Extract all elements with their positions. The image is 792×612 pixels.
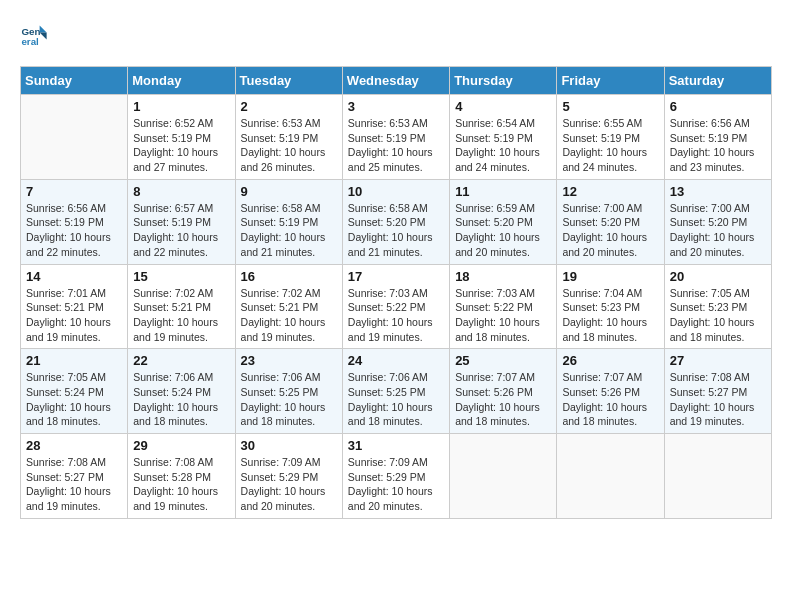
calendar-cell: 20Sunrise: 7:05 AM Sunset: 5:23 PM Dayli… [664,264,771,349]
day-number: 19 [562,269,658,284]
calendar-cell: 6Sunrise: 6:56 AM Sunset: 5:19 PM Daylig… [664,95,771,180]
day-detail: Sunrise: 7:00 AM Sunset: 5:20 PM Dayligh… [562,201,658,260]
day-detail: Sunrise: 7:05 AM Sunset: 5:23 PM Dayligh… [670,286,766,345]
calendar-cell: 14Sunrise: 7:01 AM Sunset: 5:21 PM Dayli… [21,264,128,349]
day-detail: Sunrise: 7:05 AM Sunset: 5:24 PM Dayligh… [26,370,122,429]
svg-text:eral: eral [21,36,39,47]
day-detail: Sunrise: 6:54 AM Sunset: 5:19 PM Dayligh… [455,116,551,175]
calendar-cell: 5Sunrise: 6:55 AM Sunset: 5:19 PM Daylig… [557,95,664,180]
day-number: 18 [455,269,551,284]
calendar-cell: 30Sunrise: 7:09 AM Sunset: 5:29 PM Dayli… [235,434,342,519]
day-number: 28 [26,438,122,453]
day-detail: Sunrise: 6:59 AM Sunset: 5:20 PM Dayligh… [455,201,551,260]
calendar-cell [450,434,557,519]
calendar-cell: 21Sunrise: 7:05 AM Sunset: 5:24 PM Dayli… [21,349,128,434]
calendar-cell: 16Sunrise: 7:02 AM Sunset: 5:21 PM Dayli… [235,264,342,349]
day-detail: Sunrise: 7:04 AM Sunset: 5:23 PM Dayligh… [562,286,658,345]
calendar-week-row: 21Sunrise: 7:05 AM Sunset: 5:24 PM Dayli… [21,349,772,434]
calendar-cell: 24Sunrise: 7:06 AM Sunset: 5:25 PM Dayli… [342,349,449,434]
calendar-header-monday: Monday [128,67,235,95]
day-number: 31 [348,438,444,453]
day-detail: Sunrise: 7:08 AM Sunset: 5:28 PM Dayligh… [133,455,229,514]
calendar-cell: 7Sunrise: 6:56 AM Sunset: 5:19 PM Daylig… [21,179,128,264]
calendar-header-tuesday: Tuesday [235,67,342,95]
day-detail: Sunrise: 6:52 AM Sunset: 5:19 PM Dayligh… [133,116,229,175]
day-detail: Sunrise: 7:02 AM Sunset: 5:21 PM Dayligh… [133,286,229,345]
day-detail: Sunrise: 7:09 AM Sunset: 5:29 PM Dayligh… [348,455,444,514]
day-detail: Sunrise: 6:53 AM Sunset: 5:19 PM Dayligh… [348,116,444,175]
calendar-week-row: 28Sunrise: 7:08 AM Sunset: 5:27 PM Dayli… [21,434,772,519]
day-number: 2 [241,99,337,114]
calendar-cell: 25Sunrise: 7:07 AM Sunset: 5:26 PM Dayli… [450,349,557,434]
calendar-cell [557,434,664,519]
day-detail: Sunrise: 7:00 AM Sunset: 5:20 PM Dayligh… [670,201,766,260]
day-number: 11 [455,184,551,199]
day-number: 25 [455,353,551,368]
day-number: 20 [670,269,766,284]
calendar-cell: 23Sunrise: 7:06 AM Sunset: 5:25 PM Dayli… [235,349,342,434]
day-detail: Sunrise: 7:09 AM Sunset: 5:29 PM Dayligh… [241,455,337,514]
day-number: 14 [26,269,122,284]
day-number: 29 [133,438,229,453]
day-number: 22 [133,353,229,368]
day-number: 27 [670,353,766,368]
calendar-cell [664,434,771,519]
calendar-cell: 17Sunrise: 7:03 AM Sunset: 5:22 PM Dayli… [342,264,449,349]
day-detail: Sunrise: 7:02 AM Sunset: 5:21 PM Dayligh… [241,286,337,345]
day-detail: Sunrise: 7:01 AM Sunset: 5:21 PM Dayligh… [26,286,122,345]
calendar-cell: 2Sunrise: 6:53 AM Sunset: 5:19 PM Daylig… [235,95,342,180]
day-number: 30 [241,438,337,453]
day-number: 5 [562,99,658,114]
calendar-cell: 18Sunrise: 7:03 AM Sunset: 5:22 PM Dayli… [450,264,557,349]
day-detail: Sunrise: 6:58 AM Sunset: 5:20 PM Dayligh… [348,201,444,260]
day-number: 1 [133,99,229,114]
day-number: 3 [348,99,444,114]
day-number: 8 [133,184,229,199]
calendar-header-wednesday: Wednesday [342,67,449,95]
calendar-header-row: SundayMondayTuesdayWednesdayThursdayFrid… [21,67,772,95]
calendar-week-row: 7Sunrise: 6:56 AM Sunset: 5:19 PM Daylig… [21,179,772,264]
day-number: 4 [455,99,551,114]
day-number: 10 [348,184,444,199]
day-number: 17 [348,269,444,284]
calendar-cell: 19Sunrise: 7:04 AM Sunset: 5:23 PM Dayli… [557,264,664,349]
day-number: 13 [670,184,766,199]
day-detail: Sunrise: 7:06 AM Sunset: 5:25 PM Dayligh… [241,370,337,429]
calendar-cell: 26Sunrise: 7:07 AM Sunset: 5:26 PM Dayli… [557,349,664,434]
calendar-cell: 12Sunrise: 7:00 AM Sunset: 5:20 PM Dayli… [557,179,664,264]
calendar-cell: 10Sunrise: 6:58 AM Sunset: 5:20 PM Dayli… [342,179,449,264]
calendar-cell: 29Sunrise: 7:08 AM Sunset: 5:28 PM Dayli… [128,434,235,519]
svg-marker-3 [40,33,47,40]
day-detail: Sunrise: 7:07 AM Sunset: 5:26 PM Dayligh… [562,370,658,429]
day-number: 15 [133,269,229,284]
calendar: SundayMondayTuesdayWednesdayThursdayFrid… [20,66,772,519]
calendar-cell: 3Sunrise: 6:53 AM Sunset: 5:19 PM Daylig… [342,95,449,180]
day-number: 6 [670,99,766,114]
calendar-cell: 22Sunrise: 7:06 AM Sunset: 5:24 PM Dayli… [128,349,235,434]
calendar-cell: 9Sunrise: 6:58 AM Sunset: 5:19 PM Daylig… [235,179,342,264]
day-number: 26 [562,353,658,368]
day-number: 7 [26,184,122,199]
day-detail: Sunrise: 6:53 AM Sunset: 5:19 PM Dayligh… [241,116,337,175]
calendar-header-saturday: Saturday [664,67,771,95]
calendar-cell: 28Sunrise: 7:08 AM Sunset: 5:27 PM Dayli… [21,434,128,519]
calendar-header-thursday: Thursday [450,67,557,95]
day-detail: Sunrise: 7:03 AM Sunset: 5:22 PM Dayligh… [455,286,551,345]
day-detail: Sunrise: 7:08 AM Sunset: 5:27 PM Dayligh… [670,370,766,429]
day-detail: Sunrise: 7:03 AM Sunset: 5:22 PM Dayligh… [348,286,444,345]
day-detail: Sunrise: 6:55 AM Sunset: 5:19 PM Dayligh… [562,116,658,175]
day-detail: Sunrise: 6:56 AM Sunset: 5:19 PM Dayligh… [26,201,122,260]
calendar-cell: 8Sunrise: 6:57 AM Sunset: 5:19 PM Daylig… [128,179,235,264]
calendar-cell: 31Sunrise: 7:09 AM Sunset: 5:29 PM Dayli… [342,434,449,519]
calendar-week-row: 1Sunrise: 6:52 AM Sunset: 5:19 PM Daylig… [21,95,772,180]
day-detail: Sunrise: 7:06 AM Sunset: 5:24 PM Dayligh… [133,370,229,429]
day-detail: Sunrise: 6:56 AM Sunset: 5:19 PM Dayligh… [670,116,766,175]
calendar-cell: 15Sunrise: 7:02 AM Sunset: 5:21 PM Dayli… [128,264,235,349]
calendar-cell: 1Sunrise: 6:52 AM Sunset: 5:19 PM Daylig… [128,95,235,180]
calendar-cell: 13Sunrise: 7:00 AM Sunset: 5:20 PM Dayli… [664,179,771,264]
day-detail: Sunrise: 7:06 AM Sunset: 5:25 PM Dayligh… [348,370,444,429]
calendar-header-sunday: Sunday [21,67,128,95]
day-number: 12 [562,184,658,199]
day-number: 23 [241,353,337,368]
day-detail: Sunrise: 6:58 AM Sunset: 5:19 PM Dayligh… [241,201,337,260]
